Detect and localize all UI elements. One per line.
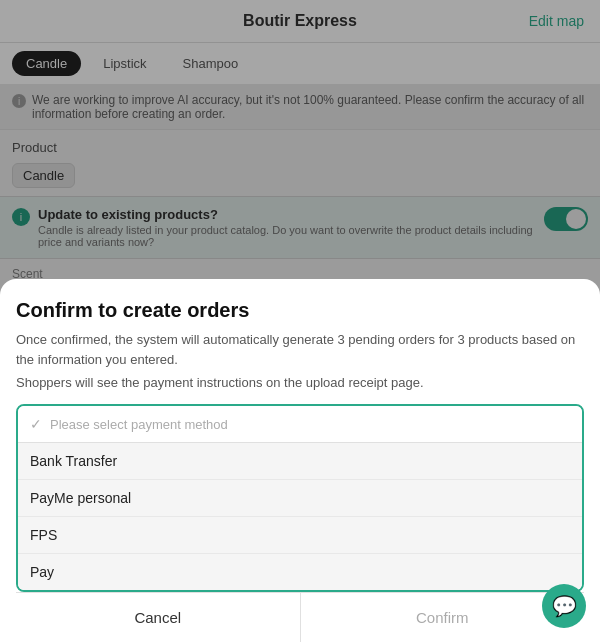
payment-option-bank-transfer[interactable]: Bank Transfer [18,443,582,480]
payment-option-payme[interactable]: PayMe personal [18,480,582,517]
payment-dropdown-header[interactable]: ✓ Please select payment method [18,406,582,443]
payment-dropdown[interactable]: ✓ Please select payment method Bank Tran… [16,404,584,592]
payment-option-pay[interactable]: Pay [18,554,582,590]
modal-overlay: Confirm to create orders Once confirmed,… [0,0,600,642]
chat-icon: 💬 [552,594,577,618]
modal-description-2: Shoppers will see the payment instructio… [16,375,584,390]
cancel-button[interactable]: Cancel [16,593,300,642]
check-icon: ✓ [30,416,42,432]
payment-placeholder: Please select payment method [50,417,228,432]
chat-button[interactable]: 💬 [542,584,586,628]
confirm-button[interactable]: Confirm [300,593,585,642]
payment-option-fps[interactable]: FPS [18,517,582,554]
modal-footer: Cancel Confirm [16,592,584,642]
confirm-modal: Confirm to create orders Once confirmed,… [0,279,600,642]
modal-title: Confirm to create orders [16,299,584,322]
modal-description-1: Once confirmed, the system will automati… [16,330,584,369]
